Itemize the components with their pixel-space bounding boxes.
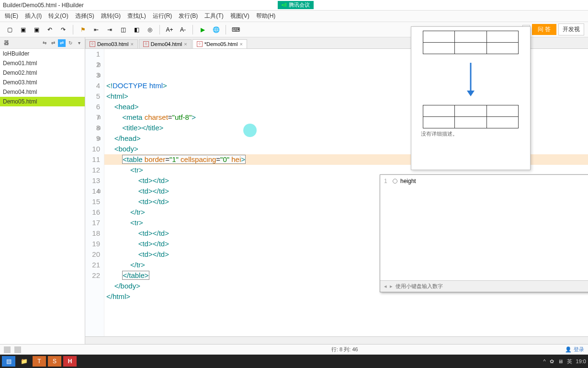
dev-view-button[interactable]: 开发视 xyxy=(558,23,584,35)
toggle-icon[interactable]: ◫ xyxy=(117,24,129,35)
preview-no-detail: 没有详细描述。 xyxy=(421,130,520,138)
save-all-icon[interactable]: ▣ xyxy=(31,24,42,35)
menu-item[interactable]: 工具(T) xyxy=(202,11,226,21)
file-item[interactable]: Demo02.html xyxy=(0,68,85,78)
tray-chevron-icon[interactable]: ^ xyxy=(543,358,545,364)
separator xyxy=(73,25,73,34)
file-item[interactable]: Demo01.html xyxy=(0,58,85,68)
meeting-badge: •ıll 腾讯会议 xyxy=(278,1,314,9)
prev-icon[interactable]: ◂ xyxy=(384,283,387,289)
arrow-down-icon xyxy=(421,63,520,96)
save-icon[interactable]: ▣ xyxy=(17,24,29,35)
menu-item[interactable]: 辑(E) xyxy=(2,11,21,21)
file-item[interactable]: Demo05.html xyxy=(0,97,85,106)
next-icon[interactable]: ▸ xyxy=(390,283,393,289)
menu-item[interactable]: 运行(R) xyxy=(150,11,175,21)
preview-panel: 没有详细描述。 xyxy=(411,26,531,170)
sidebar-header: 器 ⇆ ⇄ ⇌ ↻ ▾ xyxy=(0,37,85,49)
autocomplete-popup: 1 height s 📖 ◂ ▸ 使用小键盘输入数字 ⚙ xyxy=(380,174,588,292)
taskbar: ▤ 📁 T S H ^ ✿ 🖥 英 19:0 xyxy=(0,355,588,368)
font-decrease-icon[interactable]: A- xyxy=(177,24,189,35)
close-icon[interactable]: × xyxy=(130,41,133,47)
menu-item[interactable]: 帮助(H) xyxy=(253,11,279,21)
terminal-icon[interactable]: ⌨ xyxy=(230,24,241,35)
html-file-icon: ◊ xyxy=(90,41,95,47)
start-button[interactable]: ▤ xyxy=(2,356,15,367)
editor-tab[interactable]: ◊Demo04.html× xyxy=(139,39,192,48)
run-icon[interactable]: ▶ xyxy=(197,24,208,35)
autocomplete-item-label: height xyxy=(400,178,416,184)
sidebar: 器 ⇆ ⇄ ⇌ ↻ ▾ loHBuilderDemo01.htmlDemo02.… xyxy=(0,37,85,344)
toggle2-icon[interactable]: ◧ xyxy=(131,24,142,35)
svg-marker-1 xyxy=(467,91,475,96)
menubar: 辑(E)插入(I)转义(O)选择(S)跳转(G)查找(L)运行(R)发行(B)工… xyxy=(0,11,588,22)
browser-icon[interactable]: 🌐 xyxy=(210,24,222,35)
gutter: 12⊟3⊟4567⊟8⊟9⊟1011121314⊟151617181920212… xyxy=(85,49,104,336)
menu-icon[interactable]: ▾ xyxy=(75,39,83,47)
html-file-icon: ◊ xyxy=(143,41,149,47)
menu-item[interactable]: 插入(I) xyxy=(22,11,45,21)
titlebar: Builder/Demo05.html - HBuilder •ıll 腾讯会议 xyxy=(0,0,588,11)
answer-button[interactable]: 问 答 xyxy=(532,24,556,35)
redo-icon[interactable]: ↷ xyxy=(57,24,69,35)
horizontal-scrollbar[interactable] xyxy=(85,336,588,344)
file-list: loHBuilderDemo01.htmlDemo02.htmlDemo03.h… xyxy=(0,49,85,344)
item-kind-icon xyxy=(393,179,397,184)
search-icon[interactable]: ◎ xyxy=(144,24,156,35)
window-title: Builder/Demo05.html - HBuilder xyxy=(3,2,84,9)
sidebar-header-label: 器 xyxy=(2,39,9,46)
font-increase-icon[interactable]: A+ xyxy=(164,24,175,35)
preview-table-after xyxy=(423,105,519,128)
file-item[interactable]: Demo04.html xyxy=(0,87,85,97)
menu-item[interactable]: 转义(O) xyxy=(45,11,71,21)
clock[interactable]: 19:0 xyxy=(576,358,586,364)
user-icon: 👤 xyxy=(565,346,572,353)
separator xyxy=(192,25,193,34)
ime-indicator[interactable]: 英 xyxy=(567,358,572,365)
outdent-icon[interactable]: ⇤ xyxy=(90,24,102,35)
html-file-icon: ◊ xyxy=(197,41,203,47)
menu-item[interactable]: 视图(V) xyxy=(227,11,252,21)
cursor-highlight xyxy=(243,124,257,137)
menu-item[interactable]: 选择(S) xyxy=(72,11,97,21)
refresh-icon[interactable]: ↻ xyxy=(67,39,74,47)
file-item[interactable]: loHBuilder xyxy=(0,49,85,58)
close-icon[interactable]: × xyxy=(184,41,187,47)
file-item[interactable]: Demo03.html xyxy=(0,78,85,87)
menu-item[interactable]: 跳转(G) xyxy=(98,11,124,21)
editor-tab[interactable]: ◊Demo03.html× xyxy=(85,39,138,48)
menu-item[interactable]: 发行(B) xyxy=(176,11,201,21)
autocomplete-footer: ◂ ▸ 使用小键盘输入数字 ⚙ xyxy=(380,280,588,292)
close-icon[interactable]: × xyxy=(239,41,242,47)
separator xyxy=(226,25,226,34)
indent-icon[interactable]: ⇥ xyxy=(104,24,115,35)
task-sublime-icon[interactable]: S xyxy=(48,356,61,367)
link-icon[interactable]: ⇄ xyxy=(49,39,57,47)
sync-icon[interactable]: ⇌ xyxy=(58,39,66,47)
task-folder-icon[interactable]: 📁 xyxy=(17,356,31,367)
editor-tab[interactable]: ◊*Demo05.html× xyxy=(192,39,247,48)
code-line[interactable]: </html> xyxy=(104,291,588,302)
autocomplete-item[interactable]: 1 height xyxy=(382,177,588,185)
task-hbuilder-icon[interactable]: H xyxy=(63,356,77,367)
code-line[interactable] xyxy=(104,302,588,312)
bookmark-icon[interactable]: ⚑ xyxy=(77,24,89,35)
statusbar: 行: 8 列: 46 👤 登录 xyxy=(0,344,588,355)
tray-monitor-icon[interactable]: 🖥 xyxy=(558,358,563,364)
status-icon[interactable] xyxy=(14,346,21,353)
status-icon[interactable] xyxy=(4,346,11,353)
collapse-icon[interactable]: ⇆ xyxy=(41,39,48,47)
menu-item[interactable]: 查找(L) xyxy=(124,11,149,21)
caret-position: 行: 8 列: 46 xyxy=(331,346,358,353)
tray-flower-icon[interactable]: ✿ xyxy=(550,358,554,365)
separator xyxy=(159,25,160,34)
task-app-icon[interactable]: T xyxy=(33,356,46,367)
preview-table-before xyxy=(423,31,519,54)
new-file-icon[interactable]: ▢ xyxy=(4,24,15,35)
undo-icon[interactable]: ↶ xyxy=(44,24,56,35)
signal-icon: •ıll xyxy=(282,2,287,8)
autocomplete-list[interactable]: 1 height xyxy=(380,175,588,280)
system-tray: ^ ✿ 🖥 英 19:0 xyxy=(543,358,586,365)
login-link[interactable]: 👤 登录 xyxy=(565,346,584,353)
